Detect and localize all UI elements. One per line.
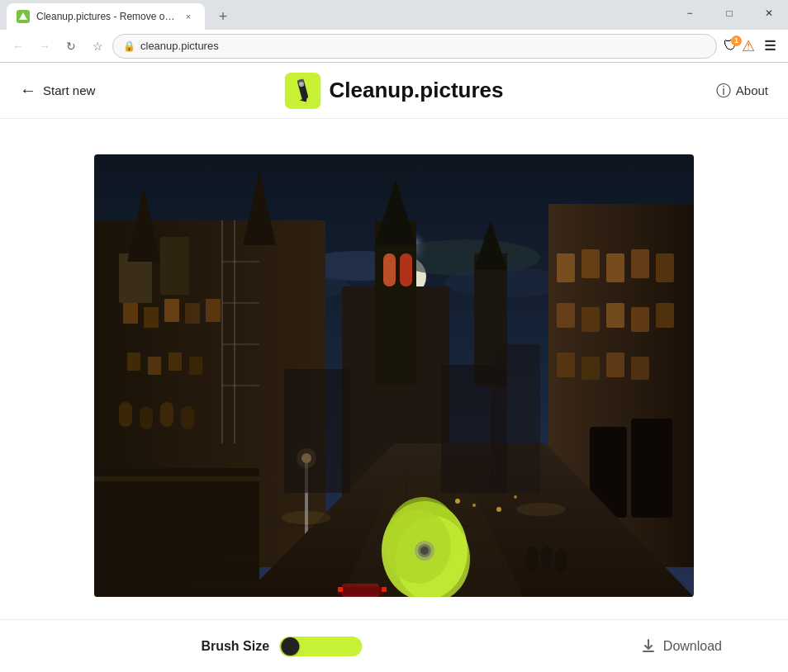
svg-point-87 <box>525 546 539 572</box>
logo-area: Cleanup.pictures <box>285 73 504 109</box>
info-icon: ⓘ <box>716 81 731 101</box>
svg-rect-31 <box>181 406 194 429</box>
start-new-button[interactable]: ← Start new <box>20 81 95 100</box>
svg-rect-49 <box>606 303 624 328</box>
svg-rect-76 <box>400 253 412 286</box>
download-icon <box>640 638 657 655</box>
svg-point-99 <box>455 499 460 504</box>
browser-menu-button[interactable]: ☰ <box>758 35 781 58</box>
start-new-label: Start new <box>43 83 95 97</box>
new-tab-button[interactable]: + <box>211 5 235 28</box>
slider-track <box>279 637 362 656</box>
address-text: cleanup.pictures <box>140 40 706 52</box>
minimize-button[interactable]: − <box>671 0 709 26</box>
app-logo-icon <box>285 73 321 109</box>
browser-chrome: Cleanup.pictures - Remove object × + − □… <box>0 0 788 63</box>
svg-rect-54 <box>606 353 624 377</box>
svg-rect-48 <box>582 307 600 332</box>
bookmark-button[interactable]: ☆ <box>86 35 109 58</box>
bottom-toolbar: Brush Size Download <box>0 619 788 672</box>
svg-rect-20 <box>144 307 159 328</box>
tab-title: Cleanup.pictures - Remove object <box>36 11 175 22</box>
svg-point-88 <box>541 546 553 569</box>
svg-rect-19 <box>123 303 138 324</box>
svg-rect-29 <box>140 406 153 429</box>
download-button[interactable]: Download <box>640 638 722 655</box>
svg-rect-28 <box>119 402 132 427</box>
svg-point-102 <box>514 495 517 499</box>
svg-rect-92 <box>338 587 343 592</box>
svg-point-97 <box>282 511 331 524</box>
address-bar[interactable]: 🔒 cleanup.pictures <box>112 34 717 59</box>
svg-point-98 <box>516 503 566 516</box>
svg-rect-24 <box>127 353 140 371</box>
svg-rect-22 <box>185 303 200 324</box>
svg-rect-75 <box>383 253 396 286</box>
arrow-left-icon: ← <box>20 81 36 100</box>
svg-rect-27 <box>189 357 202 375</box>
svg-rect-47 <box>557 303 575 328</box>
maximize-button[interactable]: □ <box>710 0 748 26</box>
page-content: ← Start new Cleanup.pictures ⓘ About <box>0 63 788 672</box>
back-button[interactable]: ← <box>7 35 30 58</box>
lock-icon: 🔒 <box>123 40 135 52</box>
svg-rect-45 <box>631 249 649 278</box>
active-tab[interactable]: Cleanup.pictures - Remove object × <box>7 3 205 30</box>
brave-shield-icon[interactable]: 🛡 1 <box>724 37 738 55</box>
svg-rect-39 <box>94 476 259 481</box>
tab-close-button[interactable]: × <box>182 10 195 23</box>
svg-rect-16 <box>160 237 189 295</box>
svg-rect-44 <box>606 253 624 282</box>
close-button[interactable]: ✕ <box>750 0 788 26</box>
svg-rect-26 <box>169 353 182 371</box>
image-container <box>0 119 788 619</box>
svg-rect-21 <box>164 299 179 322</box>
svg-rect-38 <box>94 468 259 597</box>
app-header: ← Start new Cleanup.pictures ⓘ About <box>0 63 788 119</box>
about-label: About <box>736 83 768 97</box>
brush-size-slider[interactable] <box>279 637 362 656</box>
brush-size-label: Brush Size <box>201 639 269 654</box>
svg-point-101 <box>496 507 501 512</box>
navigation-bar: ← → ↻ ☆ 🔒 cleanup.pictures 🛡 1 ⚠ ☰ <box>0 30 788 63</box>
brush-size-control: Brush Size <box>201 637 362 656</box>
forward-button[interactable]: → <box>33 35 56 58</box>
window-controls: − □ ✕ <box>671 0 788 30</box>
app-title: Cleanup.pictures <box>330 78 504 103</box>
brave-shields: 🛡 1 ⚠ <box>724 37 755 55</box>
svg-rect-30 <box>160 402 173 427</box>
svg-rect-43 <box>582 249 600 278</box>
svg-rect-91 <box>338 587 383 595</box>
download-label: Download <box>663 639 722 654</box>
svg-rect-110 <box>643 651 654 652</box>
svg-rect-23 <box>206 299 221 322</box>
image-wrapper[interactable] <box>94 154 694 597</box>
svg-rect-46 <box>656 253 674 282</box>
svg-rect-96 <box>491 344 540 493</box>
slider-thumb <box>281 637 299 655</box>
night-scene-image <box>94 154 694 597</box>
svg-rect-42 <box>557 253 575 282</box>
brave-warning-icon[interactable]: ⚠ <box>742 37 755 55</box>
svg-rect-51 <box>656 303 674 328</box>
svg-rect-52 <box>557 353 575 377</box>
svg-rect-50 <box>631 307 649 332</box>
tab-favicon <box>17 10 30 23</box>
svg-rect-25 <box>148 357 161 375</box>
svg-rect-53 <box>582 357 600 380</box>
svg-point-89 <box>554 548 567 573</box>
svg-rect-56 <box>631 419 672 518</box>
about-button[interactable]: ⓘ About <box>716 81 768 101</box>
svg-rect-93 <box>382 587 387 592</box>
svg-rect-55 <box>631 357 649 380</box>
svg-point-109 <box>420 547 429 555</box>
svg-point-100 <box>472 504 476 507</box>
refresh-button[interactable]: ↻ <box>59 35 83 58</box>
svg-rect-94 <box>284 369 350 493</box>
